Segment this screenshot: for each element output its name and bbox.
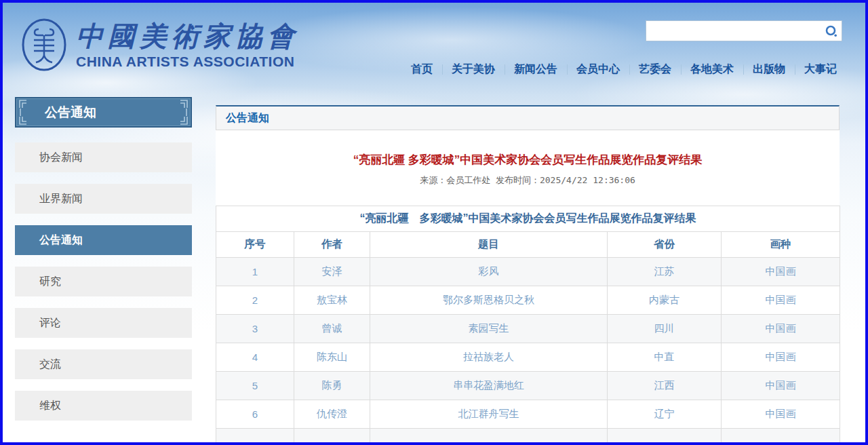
cell-province: 中直 xyxy=(608,343,722,372)
column-header: 题目 xyxy=(370,232,608,258)
cell-title: 鄂尔多斯恩格贝之秋 xyxy=(370,286,608,315)
cell-category: 中国画 xyxy=(722,372,840,400)
table-header-row: 序号作者题目省份画种 xyxy=(216,232,840,258)
table-row: 2 敖宝林 鄂尔多斯恩格贝之秋 内蒙古 中国画 xyxy=(216,286,840,315)
main-content: 公告通知 “亮丽北疆 多彩暖城”中国美术家协会会员写生作品展览作品复评结果 来源… xyxy=(216,105,840,445)
artists-association-seal-icon xyxy=(20,18,68,72)
sidebar-item[interactable]: 协会新闻 xyxy=(15,142,192,172)
column-header: 作者 xyxy=(294,232,370,258)
results-table: “亮丽北疆 多彩暖城”中国美术家协会会员写生作品展览作品复评结果 序号作者题目省… xyxy=(216,206,840,445)
search-input[interactable] xyxy=(646,21,821,41)
fret-ornament-icon xyxy=(179,100,189,125)
sidebar: 公告通知 协会新闻业界新闻公告通知研究评论交流维权 xyxy=(15,97,192,432)
site-logo[interactable]: 中國美術家協會 CHINA ARTISTS ASSOCIATION xyxy=(20,18,299,72)
cell-category: 中国画 xyxy=(722,258,840,286)
cell-author: 陈东山 xyxy=(294,343,370,372)
page: 中國美術家協會 CHINA ARTISTS ASSOCIATION 首页关于美协… xyxy=(0,0,868,445)
sidebar-item[interactable]: 交流 xyxy=(15,349,192,379)
cell-author xyxy=(294,429,370,445)
cell-province: 江苏 xyxy=(608,258,722,286)
sidebar-item[interactable]: 公告通知 xyxy=(15,225,192,255)
cell-author: 仇传澄 xyxy=(294,400,370,429)
nav-item[interactable]: 各地美术 xyxy=(681,61,743,78)
cell-index: 6 xyxy=(216,400,294,429)
cell-category: 中国画 xyxy=(722,343,840,372)
cell-category: 中国画 xyxy=(722,315,840,343)
table-caption: “亮丽北疆 多彩暖城”中国美术家协会会员写生作品展览作品复评结果 xyxy=(216,206,840,232)
sidebar-section-title: 公告通知 xyxy=(45,105,96,119)
cell-category: 中国画 xyxy=(722,400,840,429)
nav-item[interactable]: 会员中心 xyxy=(567,61,629,78)
column-header: 省份 xyxy=(608,232,722,258)
table-row: 6 仇传澄 北江群舟写生 辽宁 中国画 xyxy=(216,400,840,429)
sidebar-section-header: 公告通知 xyxy=(15,97,192,128)
search-button[interactable] xyxy=(821,22,842,41)
cell-author: 曾诚 xyxy=(294,315,370,343)
nav-item[interactable]: 大事记 xyxy=(795,61,846,78)
cell-province: 四川 xyxy=(608,315,722,343)
cell-category: 中国画 xyxy=(722,286,840,315)
cell-title: 彩风 xyxy=(370,258,608,286)
cell-province xyxy=(608,429,722,445)
main-nav: 首页关于美协新闻公告会员中心艺委会各地美术出版物大事记 xyxy=(401,61,846,78)
table-row: 4 陈东山 拉祜族老人 中直 中国画 xyxy=(216,343,840,372)
breadcrumb: 公告通知 xyxy=(216,105,840,130)
fret-ornament-icon xyxy=(18,100,28,125)
cell-index: 5 xyxy=(216,372,294,400)
sidebar-item[interactable]: 研究 xyxy=(15,267,192,296)
nav-item[interactable]: 关于美协 xyxy=(442,61,505,78)
cell-index xyxy=(216,429,294,445)
cell-author: 陈勇 xyxy=(294,372,370,400)
article-title: “亮丽北疆 多彩暖城”中国美术家协会会员写生作品展览作品复评结果 xyxy=(216,152,840,168)
cell-title xyxy=(370,429,608,445)
search-box xyxy=(646,20,842,41)
cell-author: 敖宝林 xyxy=(294,286,370,315)
cell-author: 安泽 xyxy=(294,258,370,286)
table-caption-row: “亮丽北疆 多彩暖城”中国美术家协会会员写生作品展览作品复评结果 xyxy=(216,206,840,232)
cell-category xyxy=(722,429,840,445)
nav-item[interactable]: 新闻公告 xyxy=(505,61,567,78)
nav-item[interactable]: 出版物 xyxy=(743,61,795,78)
cell-index: 4 xyxy=(216,343,294,372)
cell-index: 1 xyxy=(216,258,294,286)
nav-item[interactable]: 首页 xyxy=(401,61,442,78)
table-row: 5 陈勇 串串花盈满地红 江西 中国画 xyxy=(216,372,840,400)
table-body: 1 安泽 彩风 江苏 中国画 2 敖宝林 鄂尔多斯恩格贝之秋 内蒙古 中国画 3… xyxy=(216,258,840,445)
cell-title: 素园写生 xyxy=(370,315,608,343)
cell-title: 北江群舟写生 xyxy=(370,400,608,429)
cell-title: 串串花盈满地红 xyxy=(370,372,608,400)
column-header: 序号 xyxy=(216,232,294,258)
cell-province: 内蒙古 xyxy=(608,286,722,315)
sidebar-menu: 协会新闻业界新闻公告通知研究评论交流维权 xyxy=(15,142,192,421)
column-header: 画种 xyxy=(722,232,840,258)
cell-province: 辽宁 xyxy=(608,400,722,429)
table-row xyxy=(216,429,840,445)
cell-index: 3 xyxy=(216,315,294,343)
site-title-chinese: 中國美術家協會 xyxy=(76,19,299,53)
sidebar-item[interactable]: 评论 xyxy=(15,308,192,338)
cell-province: 江西 xyxy=(608,372,722,400)
table-row: 3 曾诚 素园写生 四川 中国画 xyxy=(216,315,840,343)
cell-title: 拉祜族老人 xyxy=(370,343,608,372)
site-title-english: CHINA ARTISTS ASSOCIATION xyxy=(76,53,299,71)
nav-item[interactable]: 艺委会 xyxy=(629,61,681,78)
sidebar-item[interactable]: 业界新闻 xyxy=(15,184,192,214)
sidebar-item[interactable]: 维权 xyxy=(15,391,192,421)
article-meta: 来源：会员工作处 发布时间：2025/4/22 12:36:06 xyxy=(216,174,840,187)
search-icon xyxy=(825,24,838,38)
table-row: 1 安泽 彩风 江苏 中国画 xyxy=(216,258,840,286)
cell-index: 2 xyxy=(216,286,294,315)
